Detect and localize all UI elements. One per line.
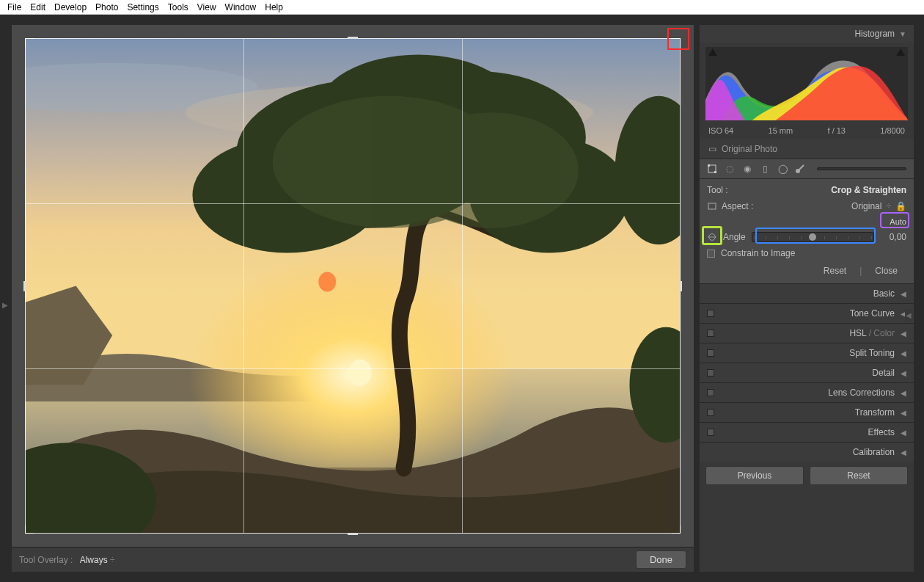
- crop-handle-br[interactable]: [672, 525, 681, 534]
- section-tone-curve[interactable]: Tone Curve◀: [700, 303, 914, 323]
- angle-label: Angle: [723, 232, 746, 242]
- menu-view[interactable]: View: [193, 2, 221, 12]
- tool-label: Tool :: [707, 185, 728, 195]
- crop-handle-tr[interactable]: [672, 38, 681, 47]
- crop-overlay[interactable]: [25, 38, 681, 534]
- crop-tool-panel: Tool : Crop & Straighten Aspect : Origin…: [700, 179, 914, 283]
- chevron-left-icon: ◀: [901, 389, 906, 397]
- tool-value: Crop & Straighten: [831, 185, 906, 195]
- menu-window[interactable]: Window: [221, 2, 261, 12]
- photo-canvas[interactable]: [25, 38, 681, 534]
- rectangle-icon: ▭: [707, 144, 717, 154]
- exif-strip: ISO 64 15 mm f / 13 1/8000: [700, 125, 914, 139]
- menu-file[interactable]: File: [3, 2, 26, 12]
- chevron-left-icon: ◀: [901, 330, 906, 338]
- shadow-clipping-icon[interactable]: [708, 48, 717, 56]
- auto-straighten-button[interactable]: Auto: [890, 217, 906, 226]
- exif-focal: 15 mm: [769, 126, 793, 135]
- constrain-checkbox[interactable]: [707, 250, 715, 258]
- svg-rect-18: [708, 164, 710, 167]
- menubar: File Edit Develop Photo Settings Tools V…: [0, 0, 924, 15]
- crop-handle-right[interactable]: [680, 281, 682, 291]
- right-panel: Histogram▼ ISO 64 15 mm f / 13 1/8000 ▭ …: [700, 25, 914, 572]
- exif-aperture: f / 13: [828, 126, 846, 135]
- chevron-left-icon: ◀: [901, 429, 906, 437]
- menu-photo[interactable]: Photo: [91, 2, 122, 12]
- section-toggle-icon[interactable]: [707, 409, 714, 416]
- left-panel-toggle-icon[interactable]: ▶: [1, 299, 9, 312]
- angle-slider[interactable]: [752, 232, 874, 242]
- chevron-down-icon: ▼: [899, 30, 906, 38]
- crop-icon[interactable]: [707, 164, 717, 174]
- tool-strip: ◌ ◉ ▯ ◯: [700, 159, 914, 179]
- reset-button[interactable]: Reset: [810, 466, 908, 485]
- section-toggle-icon[interactable]: [707, 389, 714, 396]
- right-panel-toggle-icon[interactable]: ◀: [905, 309, 912, 322]
- chevron-left-icon: ◀: [901, 369, 906, 377]
- constrain-label: Constrain to Image: [721, 248, 795, 258]
- section-toggle-icon[interactable]: [707, 369, 714, 377]
- aspect-value[interactable]: Original: [851, 201, 881, 211]
- menu-settings[interactable]: Settings: [122, 2, 163, 12]
- menu-tools[interactable]: Tools: [164, 2, 193, 12]
- aspect-label: Aspect :: [722, 201, 753, 211]
- chevron-left-icon: ◀: [901, 448, 906, 456]
- crop-close-button[interactable]: Close: [875, 266, 898, 276]
- redeye-icon[interactable]: ◉: [742, 164, 752, 174]
- chevron-left-icon: ◀: [901, 290, 906, 298]
- radial-filter-icon[interactable]: ◯: [777, 164, 788, 174]
- highlight-clipping-icon[interactable]: [896, 48, 905, 56]
- section-basic[interactable]: Basic◀: [700, 283, 914, 303]
- canvas-area: [12, 25, 694, 547]
- original-photo-toggle[interactable]: ▭ Original Photo: [700, 139, 914, 159]
- section-detail[interactable]: Detail◀: [700, 363, 914, 382]
- section-hsl-color[interactable]: HSL / Color◀: [700, 323, 914, 343]
- app-window: ▶ ◀: [0, 15, 924, 582]
- crop-handle-tl[interactable]: [25, 38, 34, 47]
- section-toggle-icon[interactable]: [707, 349, 714, 357]
- svg-rect-22: [708, 203, 716, 209]
- section-lens-corrections[interactable]: Lens Corrections◀: [700, 382, 914, 402]
- exif-iso: ISO 64: [708, 126, 733, 135]
- section-toggle-icon[interactable]: [707, 310, 714, 317]
- menu-help[interactable]: Help: [260, 2, 287, 12]
- aspect-icon[interactable]: [707, 201, 717, 211]
- section-effects[interactable]: Effects◀: [700, 422, 914, 442]
- svg-line-21: [799, 165, 804, 170]
- straighten-icon[interactable]: [707, 232, 717, 242]
- section-toggle-icon[interactable]: [707, 429, 714, 436]
- chevron-left-icon: ◀: [901, 349, 906, 357]
- section-split-toning[interactable]: Split Toning◀: [700, 343, 914, 363]
- svg-rect-19: [714, 171, 716, 173]
- histogram[interactable]: [705, 47, 908, 120]
- tool-overlay-label: Tool Overlay :: [19, 555, 73, 565]
- crop-reset-button[interactable]: Reset: [824, 266, 846, 276]
- tool-overlay-value[interactable]: Always ÷: [80, 555, 115, 565]
- menu-develop[interactable]: Develop: [50, 2, 91, 12]
- menu-edit[interactable]: Edit: [26, 2, 50, 12]
- section-toggle-icon[interactable]: [707, 330, 714, 337]
- histogram-header[interactable]: Histogram▼: [700, 25, 914, 43]
- graduated-filter-icon[interactable]: ▯: [760, 164, 770, 174]
- crop-handle-bl[interactable]: [25, 525, 34, 534]
- section-transform[interactable]: Transform◀: [700, 402, 914, 422]
- crop-handle-bottom[interactable]: [348, 533, 358, 535]
- brush-size-slider[interactable]: [817, 167, 906, 170]
- angle-value[interactable]: 0,00: [880, 232, 906, 242]
- section-calibration[interactable]: Calibration◀: [700, 442, 914, 462]
- aspect-dropdown-icon[interactable]: ÷: [886, 201, 891, 211]
- lock-icon[interactable]: 🔒: [895, 201, 906, 211]
- workspace: Tool Overlay : Always ÷ Done: [12, 25, 694, 572]
- chevron-left-icon: ◀: [901, 409, 906, 417]
- tool-overlay-bar: Tool Overlay : Always ÷ Done: [12, 547, 694, 572]
- done-button[interactable]: Done: [636, 550, 686, 569]
- spot-removal-icon[interactable]: ◌: [725, 164, 735, 174]
- crop-handle-top[interactable]: [348, 37, 358, 39]
- previous-button[interactable]: Previous: [705, 466, 804, 485]
- crop-handle-left[interactable]: [23, 281, 26, 291]
- brush-icon[interactable]: [795, 164, 805, 174]
- exif-shutter: 1/8000: [880, 126, 905, 135]
